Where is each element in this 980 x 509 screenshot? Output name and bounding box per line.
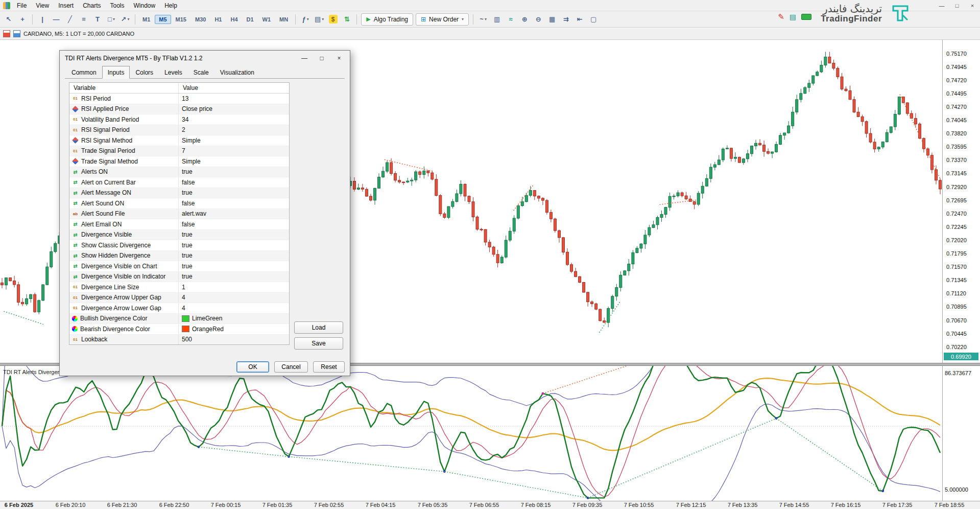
shapes-tool-icon[interactable]: □▾ (105, 13, 118, 26)
tick-chart-tool-icon[interactable]: ≈ (504, 13, 517, 26)
param-row[interactable]: Bullish Divergence ColorLimeGreen (69, 314, 289, 325)
trendline-tool-icon[interactable]: ╱ (63, 13, 77, 26)
menu-insert[interactable]: Insert (54, 1, 78, 10)
param-row[interactable]: 01Lookback500 (69, 335, 289, 345)
timeframe-mn[interactable]: MN (275, 15, 292, 24)
new-order-button[interactable]: ⊞New Order▾ (416, 13, 469, 26)
dialog-maximize-button[interactable]: □ (313, 52, 330, 64)
param-row[interactable]: ⇄Alert Email ONfalse (69, 219, 289, 230)
dialog-titlebar[interactable]: TDI RT Alerts Divergence MT5 - By TFlab … (60, 51, 350, 66)
tile-windows-tool-icon[interactable]: ▦ (545, 13, 559, 26)
indicator-canvas[interactable] (0, 366, 942, 501)
dialog-tab-colors[interactable]: Colors (130, 67, 159, 79)
vertical-line-tool-icon[interactable]: | (36, 13, 49, 26)
text-tool-icon[interactable]: T (91, 13, 104, 26)
load-button[interactable]: Load (294, 321, 343, 334)
chart-shift-tool-icon[interactable]: ⇤ (573, 13, 586, 26)
param-row[interactable]: 01RSI Period13 (69, 94, 289, 104)
price-axis[interactable]: 0.69920 86.373677 5.000000 0.751700.7494… (942, 40, 980, 509)
buy-sell-arrows-tool-icon[interactable]: ⇅ (340, 13, 353, 26)
timeframe-m1[interactable]: M1 (138, 15, 154, 24)
menu-charts[interactable]: Charts (78, 1, 105, 10)
param-row[interactable]: ⇄Divergence Visibletrue (69, 230, 289, 241)
param-row[interactable]: RSI Signal MethodSimple (69, 135, 289, 146)
templates-tool-icon[interactable]: ▤▾ (313, 13, 326, 26)
param-row[interactable]: Bearish Divergence ColorOrangeRed (69, 324, 289, 335)
param-row[interactable]: ⇄Show Hidden Divergencetrue (69, 251, 289, 262)
dialog-minimize-button[interactable]: — (296, 52, 313, 64)
crosshair-tool-icon[interactable]: + (16, 13, 29, 26)
param-name: Lookback (81, 336, 107, 343)
dialog-tab-scale[interactable]: Scale (188, 67, 214, 79)
menu-file[interactable]: File (12, 1, 31, 10)
timeframe-m5[interactable]: M5 (155, 15, 171, 24)
timeframe-m15[interactable]: M15 (172, 15, 190, 24)
menu-help[interactable]: Help (160, 1, 182, 10)
cancel-button[interactable]: Cancel (274, 361, 308, 373)
zoom-out-tool-icon[interactable]: ⊖ (532, 13, 545, 26)
time-axis-label: 6 Feb 22:50 (159, 502, 189, 508)
cursor-tool-icon[interactable]: ↖ (2, 13, 15, 26)
param-row[interactable]: ⇄Alert on Current Barfalse (69, 177, 289, 188)
timeframe-w1[interactable]: W1 (258, 15, 275, 24)
param-row[interactable]: abAlert Sound Filealert.wav (69, 209, 289, 220)
param-row[interactable]: ⇄Alert Message ONtrue (69, 188, 289, 199)
indicators-tool-icon[interactable]: ƒ▾ (299, 13, 312, 26)
dialog-close-button[interactable]: × (330, 52, 348, 64)
fibonacci-tool-icon[interactable]: ≡ (77, 13, 90, 26)
depth-of-market-tool-icon[interactable]: ▥ (490, 13, 504, 26)
line-studies-tool-icon[interactable]: ~▾ (476, 13, 490, 26)
param-row[interactable]: 01Trade Signal Period7 (69, 146, 289, 157)
param-row[interactable]: ⇄Show Classic Divergencetrue (69, 240, 289, 251)
param-row[interactable]: RSI Applied PriceClose price (69, 104, 289, 115)
minimize-button[interactable]: — (934, 1, 949, 11)
zoom-in-tool-icon[interactable]: ⊕ (518, 13, 531, 26)
param-row[interactable]: 01Divergence Line Size1 (69, 282, 289, 293)
chart-properties-tool-icon[interactable]: ▢ (587, 13, 600, 26)
menu-tools[interactable]: Tools (106, 1, 129, 10)
dialog-tab-common[interactable]: Common (66, 67, 102, 79)
close-button[interactable]: × (965, 1, 980, 11)
param-name: Bullish Divergence Color (80, 315, 147, 322)
algo-trading-label: Algo Trading (374, 16, 408, 23)
indicator-max-label: 86.373677 (945, 370, 971, 376)
time-axis-label: 7 Feb 10:55 (624, 502, 654, 508)
timeframe-m30[interactable]: M30 (191, 15, 210, 24)
auto-scroll-tool-icon[interactable]: ⇉ (559, 13, 572, 26)
arrows-tool-icon[interactable]: ↗▾ (118, 13, 132, 26)
time-axis[interactable]: 6 Feb 20256 Feb 20:106 Feb 21:306 Feb 22… (0, 501, 980, 509)
timeframe-h1[interactable]: H1 (210, 15, 226, 24)
price-axis-label: 0.70445 (946, 331, 967, 337)
save-button[interactable]: Save (294, 337, 343, 350)
dialog-tab-inputs[interactable]: Inputs (102, 66, 130, 79)
color-swatch (182, 315, 189, 322)
horizontal-line-tool-icon[interactable]: — (50, 13, 63, 26)
ok-button[interactable]: OK (236, 361, 269, 373)
param-name: RSI Signal Method (81, 137, 132, 144)
algo-trading-button[interactable]: ▶Algo Trading (361, 13, 413, 26)
chart-tabbar: CARDANO, M5: 1 LOT = 20,000 CARDANO (0, 28, 980, 40)
menu-view[interactable]: View (31, 1, 54, 10)
param-value: 2 (182, 126, 185, 133)
dialog-tab-visualization[interactable]: Visualization (214, 67, 260, 79)
param-row[interactable]: 01Divergence Arrow Lower Gap4 (69, 303, 289, 314)
param-row[interactable]: 01Divergence Arrow Upper Gap4 (69, 293, 289, 304)
param-row[interactable]: ⇄Alert Sound ONfalse (69, 198, 289, 209)
menu-window[interactable]: Window (129, 1, 160, 10)
param-value: true (182, 263, 193, 270)
param-row[interactable]: ⇄Divergence Visible on Indicatortrue (69, 272, 289, 283)
bool-type-icon: ⇄ (72, 169, 79, 175)
reset-button[interactable]: Reset (313, 361, 345, 373)
param-row[interactable]: 01RSI Signal Period2 (69, 125, 289, 136)
timeframe-d1[interactable]: D1 (243, 15, 258, 24)
deposit-tool-icon[interactable]: $ (326, 13, 340, 26)
param-row[interactable]: Trade Signal MethodSimple (69, 156, 289, 167)
param-row[interactable]: 01Volatility Band Period34 (69, 114, 289, 125)
maximize-button[interactable]: □ (949, 1, 965, 11)
param-row[interactable]: ⇄Alerts ONtrue (69, 167, 289, 178)
table-header: Variable Value (69, 83, 289, 94)
timeframe-h4[interactable]: H4 (226, 15, 242, 24)
param-row[interactable]: ⇄Divergence Visible on Charttrue (69, 261, 289, 272)
dialog-tab-levels[interactable]: Levels (159, 67, 188, 79)
chart-tab-label[interactable]: CARDANO, M5: 1 LOT = 20,000 CARDANO (23, 31, 134, 37)
